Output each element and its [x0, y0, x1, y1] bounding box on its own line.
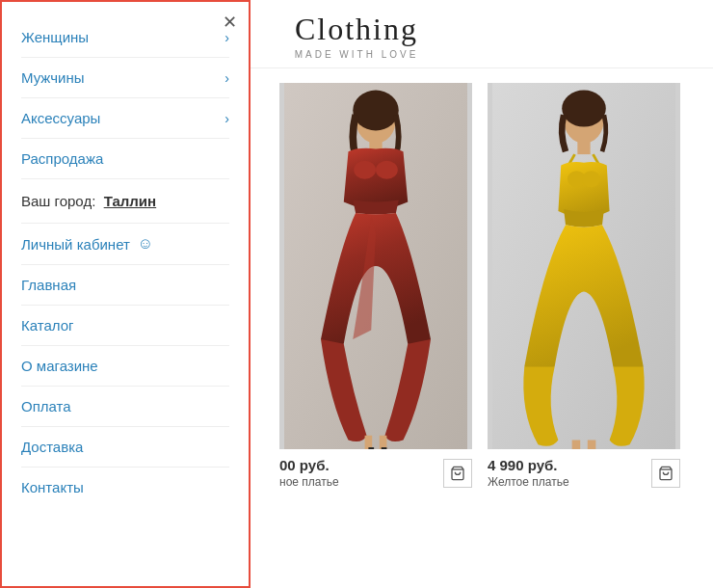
- sidebar-item-about[interactable]: О магазине: [21, 346, 229, 387]
- product-card-1: 00 руб. ное платье: [279, 83, 472, 573]
- sidebar-item-contacts[interactable]: Контакты: [21, 468, 229, 507]
- product-price-2: 4 990 руб.: [488, 457, 569, 473]
- sidebar-item-men[interactable]: Мужчины ›: [21, 58, 229, 98]
- sidebar-item-accessories[interactable]: Аксессуары ›: [21, 98, 229, 139]
- arrow-right-icon-accessories: ›: [224, 111, 229, 126]
- city-section: Ваш город: Таллин: [21, 179, 229, 224]
- sidebar-item-accessories-label: Аксессуары: [21, 110, 100, 126]
- svg-rect-10: [382, 447, 387, 449]
- sidebar-item-women[interactable]: Женщины ›: [21, 17, 229, 58]
- sidebar-item-sale[interactable]: Распродажа: [21, 139, 229, 179]
- svg-point-5: [354, 161, 376, 179]
- product-name-1: ное платье: [279, 475, 339, 489]
- svg-rect-20: [572, 441, 581, 450]
- svg-rect-21: [588, 441, 596, 450]
- svg-point-3: [353, 91, 399, 131]
- svg-point-6: [376, 161, 398, 179]
- svg-point-19: [582, 171, 600, 187]
- svg-rect-9: [368, 447, 374, 449]
- sidebar-item-catalog-label: Каталог: [21, 317, 74, 334]
- add-to-cart-button-1[interactable]: [443, 459, 472, 488]
- account-label: Личный кабинет: [21, 236, 130, 253]
- sidebar-item-home[interactable]: Главная: [21, 265, 229, 306]
- sidebar-item-sale-label: Распродажа: [21, 150, 103, 167]
- sidebar-item-payment-label: Оплата: [21, 398, 71, 414]
- product-name-2: Желтое платье: [488, 475, 569, 489]
- add-to-cart-button-2[interactable]: [651, 459, 680, 488]
- sidebar-item-delivery[interactable]: Доставка: [21, 427, 229, 468]
- product-info-2: 4 990 руб. Желтое платье: [488, 457, 680, 489]
- product-info-1: 00 руб. ное платье: [279, 457, 472, 489]
- close-sidebar-button[interactable]: ✕: [223, 12, 237, 33]
- sidebar-item-delivery-label: Доставка: [21, 439, 83, 455]
- sidebar-item-contacts-label: Контакты: [21, 479, 84, 495]
- city-label: Ваш город:: [21, 193, 95, 209]
- product-details-1: 00 руб. ное платье: [279, 457, 339, 489]
- sidebar-item-about-label: О магазине: [21, 358, 98, 374]
- svg-point-14: [562, 91, 606, 127]
- svg-rect-15: [577, 140, 590, 154]
- svg-rect-7: [365, 436, 373, 449]
- product-price-1: 00 руб.: [279, 457, 339, 473]
- account-section[interactable]: Личный кабинет ☺: [21, 224, 229, 265]
- sidebar-item-catalog[interactable]: Каталог: [21, 306, 229, 346]
- sidebar-item-home-label: Главная: [21, 277, 76, 293]
- arrow-right-icon-men: ›: [224, 70, 229, 86]
- sidebar-drawer: ✕ Женщины › Мужчины › Аксессуары › Распр…: [0, 0, 251, 588]
- sidebar-item-women-label: Женщины: [21, 29, 89, 45]
- product-card-2: 4 990 руб. Желтое платье: [488, 83, 680, 573]
- city-name[interactable]: Таллин: [104, 193, 156, 209]
- product-details-2: 4 990 руб. Желтое платье: [488, 457, 569, 489]
- account-icon: ☺: [138, 235, 153, 253]
- sidebar-item-payment[interactable]: Оплата: [21, 387, 229, 427]
- product-image-1: [279, 83, 472, 449]
- svg-rect-8: [380, 436, 387, 449]
- product-image-2: [488, 83, 680, 449]
- sidebar-item-men-label: Мужчины: [21, 69, 84, 86]
